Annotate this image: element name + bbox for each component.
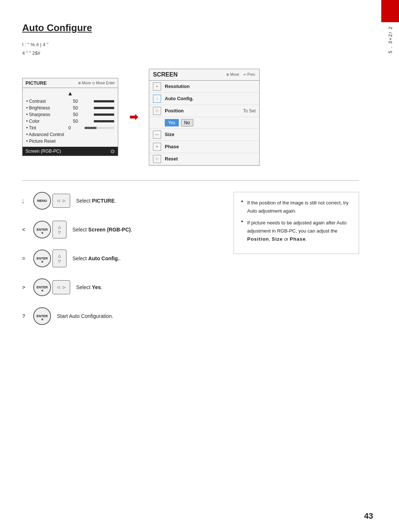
screen-move-prev: ⊕ Move ↩ Prev. — [226, 72, 256, 77]
step2-nav-ud[interactable]: △ ▽ — [52, 221, 66, 238]
step4-prefix: > — [22, 284, 27, 290]
picture-up-arrow: ▲ — [26, 90, 114, 97]
page-title: Auto Configure — [22, 22, 359, 34]
resolution-label: Resolution — [165, 84, 256, 89]
menu-item-brightness: • Brightness 50 — [26, 105, 114, 111]
star-icon4: ✳ — [41, 318, 44, 321]
menu-item-sharpness: • Sharpness 50 — [26, 111, 114, 118]
step1-prefix: ; — [22, 198, 27, 204]
screen-row-reset: □ Reset — [149, 153, 259, 165]
brightness-label: • Brightness — [26, 105, 59, 111]
encoded-line2: 4 " " 2$# — [22, 49, 359, 57]
screen-menu-title: SCREEN — [153, 71, 178, 78]
picture-menu-footer: Screen (RGB-PC) ⊙ — [23, 147, 118, 156]
autoconfig-icon: ○ — [153, 95, 161, 103]
step1-nav-lr[interactable]: ◁ ▷ — [52, 194, 70, 208]
left-arrow-icon: ◁ — [57, 199, 60, 203]
picture-menu-move-enter: ⊕ Move ⊙ Move Enter — [78, 81, 115, 85]
step3-buttons: ENTER ✳ △ ▽ — [33, 250, 66, 267]
size-label: Size — [165, 132, 256, 137]
step-5: ? ENTER ✳ Start Auto Configuration. — [22, 307, 219, 325]
tint-bar — [85, 127, 114, 129]
steps-left: ; MENU ◁ ▷ Select PICTURE. < — [22, 192, 219, 336]
settings-icon: ⊙ — [110, 148, 115, 154]
sidebar-text: 5 . 3+2/ 2 — [388, 26, 393, 54]
contrast-value: 50 — [73, 99, 81, 104]
screen-prev-icon: ↩ — [243, 72, 246, 77]
step2-bold: Screen (RGB-PC) — [88, 227, 131, 233]
step2-enter-btn[interactable]: ENTER ✳ — [33, 221, 51, 238]
reset-icon: □ — [153, 155, 161, 163]
resolution-icon: + — [153, 82, 161, 91]
yes-button[interactable]: Yes — [165, 119, 179, 126]
step4-enter-btn[interactable]: ENTER ✳ — [33, 278, 51, 296]
phase-label: Phase — [165, 144, 256, 149]
tint-value: 0 — [68, 125, 76, 131]
step2-text: Select Screen (RGB-PC). — [72, 227, 132, 233]
picture-menu: PICTURE ⊕ Move ⊙ Move Enter ▲ • Contrast… — [22, 78, 118, 156]
step1-enter-btn[interactable]: MENU — [33, 192, 51, 210]
menu-label: MENU — [37, 199, 47, 203]
step3-text: Select Auto Config.. — [72, 255, 121, 261]
contrast-bar — [94, 100, 114, 102]
no-button[interactable]: No — [181, 119, 193, 126]
star-icon: ✳ — [41, 231, 44, 235]
step2-buttons: ENTER ✳ △ ▽ — [33, 221, 66, 238]
tint-label: • Tint — [26, 125, 59, 131]
left-arrow-icon2: ◁ — [57, 285, 60, 289]
down-arrow-icon: ▽ — [58, 230, 61, 234]
main-content: Auto Configure I : " % # | 4 " 4 " " 2$#… — [0, 0, 381, 532]
phase-bold: Phase — [290, 236, 306, 242]
step5-prefix: ? — [22, 313, 27, 319]
step5-buttons: ENTER ✳ — [33, 307, 51, 325]
step-2: < ENTER ✳ △ ▽ Select Screen (RGB-PC). — [22, 221, 219, 238]
screen-menu: SCREEN ⊕ Move ↩ Prev. + Resolution ○ Aut… — [149, 69, 260, 166]
section-divider — [22, 180, 359, 181]
menu-item-color: • Color 50 — [26, 118, 114, 125]
step3-bold: Auto Config. — [88, 255, 119, 261]
move-icon: ⊕ — [78, 81, 81, 85]
enter-dot: ⊙ — [92, 81, 95, 85]
advanced-label: • Advanced Control — [26, 132, 64, 137]
sidebar-red-block — [381, 0, 399, 22]
enter-label3: ENTER — [37, 285, 48, 289]
screen-row-autoconfig: ○ Auto Config. — [149, 93, 259, 105]
right-arrow-icon2: ▷ — [63, 285, 66, 289]
screen-prev-label: Prev. — [247, 72, 256, 77]
position-bold: Position — [247, 236, 269, 242]
picture-menu-title: PICTURE — [25, 80, 47, 86]
picture-footer-label: Screen (RGB-PC) — [25, 149, 61, 154]
menu-item-tint: • Tint 0 — [26, 125, 114, 131]
autoconfig-label: Auto Config. — [165, 96, 256, 101]
enter-label4: ENTER — [37, 314, 48, 318]
right-sidebar: 5 . 3+2/ 2 — [381, 0, 399, 532]
step-3: = ENTER ✳ △ ▽ Select Auto Config.. — [22, 250, 219, 267]
step3-enter-btn[interactable]: ENTER ✳ — [33, 250, 51, 267]
screen-row-yesno: Yes No — [149, 117, 259, 129]
star-icon2: ✳ — [41, 260, 44, 264]
step5-text: Start Auto Configuration. — [57, 313, 113, 319]
brightness-bar — [94, 107, 114, 109]
step-4: > ENTER ✳ ◁ ▷ Select Yes. — [22, 278, 219, 296]
screen-menu-header: SCREEN ⊕ Move ↩ Prev. — [149, 69, 259, 81]
enter-label2: ENTER — [37, 257, 48, 260]
position-to-set: To Set — [243, 108, 256, 113]
picture-menu-body: ▲ • Contrast 50 • Brightness 50 • Sharpn… — [23, 88, 118, 147]
enter-label: ENTER — [37, 228, 48, 231]
step3-prefix: = — [22, 255, 27, 261]
steps-area: ; MENU ◁ ▷ Select PICTURE. < — [22, 192, 359, 336]
step5-enter-btn[interactable]: ENTER ✳ — [33, 307, 51, 325]
picture-enter-label: Move Enter — [96, 81, 115, 85]
picture-reset-label: • Picture Reset — [26, 139, 56, 144]
menu-diagram: PICTURE ⊕ Move ⊙ Move Enter ▲ • Contrast… — [22, 69, 359, 166]
menu-item-picture-reset: • Picture Reset — [26, 138, 114, 145]
color-bar — [94, 120, 114, 122]
step1-bold: PICTURE — [92, 198, 115, 204]
menu-item-contrast: • Contrast 50 — [26, 98, 114, 105]
up-arrow-icon: △ — [58, 225, 61, 229]
step4-nav-lr[interactable]: ◁ ▷ — [52, 280, 70, 294]
step-1: ; MENU ◁ ▷ Select PICTURE. — [22, 192, 219, 210]
step3-nav-ud[interactable]: △ ▽ — [52, 250, 66, 267]
screen-move-label: Move — [230, 72, 239, 77]
contrast-label: • Contrast — [26, 99, 59, 104]
